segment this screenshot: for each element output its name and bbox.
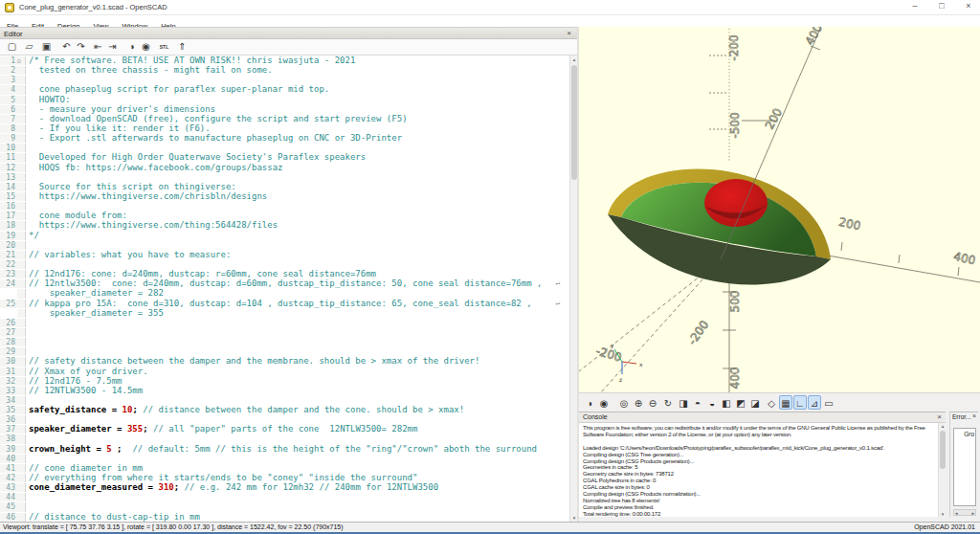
code-line[interactable]: 14 Source for this script on thingiverse… [0, 182, 569, 191]
code-line[interactable]: 33 // 12NTLW3500 - 14.5mm [0, 386, 569, 395]
gutter [17, 425, 26, 434]
error-hscrollbar[interactable]: ◂ ▸ [953, 509, 976, 516]
code-line[interactable]: 6 - measure your driver's dimensions [0, 104, 569, 114]
code-line[interactable]: 26 [0, 318, 569, 327]
save-icon[interactable]: ▣ [39, 40, 54, 54]
code-line[interactable]: 24 // 12ntlw3500: cone: d=240mm, dustcap… [0, 278, 569, 288]
code-line[interactable]: 3 [0, 75, 569, 84]
view-bottom-icon[interactable]: ◒ [705, 395, 719, 410]
code-line[interactable]: 45 [0, 501, 569, 511]
preview-icon[interactable]: ◑ [124, 40, 139, 54]
code-line[interactable]: 46 // distance to dust-cap-tip in mm [0, 512, 569, 522]
console-close-icon[interactable]: × [937, 412, 942, 421]
code-line[interactable]: 34 [0, 395, 569, 405]
new-icon[interactable]: ▢ [5, 40, 19, 54]
code-line[interactable]: 29 [0, 346, 569, 356]
view-front-icon[interactable]: ◩ [734, 395, 747, 410]
code-line[interactable]: 32 // 12nd176 - 7.5mm [0, 376, 569, 386]
code-line[interactable]: 11 Developed for High Order Quaterwave S… [0, 152, 569, 162]
minimize-button[interactable]: – [909, 1, 921, 11]
code-line[interactable]: 43 cone_diameter_measured = 310; // e.g.… [0, 482, 569, 492]
maximize-button[interactable]: □ [936, 1, 947, 11]
gutter [17, 474, 26, 482]
code-line[interactable]: 41 // cone diameter in mm [0, 463, 569, 473]
code-line[interactable]: 38 [0, 434, 569, 443]
render-icon[interactable]: ◉ [597, 395, 611, 410]
code-line[interactable]: 17 cone module from: [0, 211, 569, 220]
open-icon[interactable]: ▱ [22, 40, 36, 54]
reset-view-icon[interactable]: ↻ [661, 395, 675, 410]
code-line[interactable]: 10 [0, 143, 569, 152]
code-line[interactable]: 9 - Export .stl afterwards to manufactur… [0, 133, 569, 143]
code-line[interactable]: 23 // 12nd176: cone: d=240mm, dustcap: r… [0, 269, 569, 278]
code-line[interactable]: 21 // variables: what you have to measur… [0, 250, 569, 259]
code-line[interactable]: 27 [0, 327, 569, 337]
code-line[interactable]: 37 speaker_diameter = 355; // all "paper… [0, 424, 569, 434]
code-line[interactable]: 30 // safety distance between the damper… [0, 356, 569, 366]
editor-scrollbar[interactable]: ▴ ▾ [569, 56, 577, 522]
code-line[interactable]: 39 crown_height = 5 ; // default: 5mm //… [0, 444, 569, 454]
code-line[interactable]: 18 https://www.thingiverse.com/thing:564… [0, 220, 569, 230]
undo-icon[interactable]: ↶ [59, 40, 74, 54]
view-back-icon[interactable]: ◪ [748, 395, 762, 410]
code-line[interactable]: 40 [0, 454, 569, 463]
editor-close-icon[interactable]: × [567, 29, 571, 37]
zoom-out-icon[interactable]: ⊖ [646, 395, 659, 410]
console-scroll-up-icon[interactable]: ▴ [939, 423, 947, 429]
console-scroll-thumb[interactable] [940, 431, 946, 469]
hscroll-right-icon[interactable]: ▸ [971, 511, 974, 516]
code-line[interactable]: speaker_diameter = 282 [0, 288, 569, 298]
code-line[interactable]: 4 cone phaseplug script for paraflex sup… [0, 84, 569, 94]
print-icon[interactable]: ⇑ [175, 40, 189, 54]
error-close-icon[interactable]: × [972, 412, 976, 419]
code-line[interactable]: 44 [0, 492, 569, 501]
preview-icon[interactable]: ◑ [583, 395, 596, 410]
perspective-icon[interactable]: ∟ [793, 395, 807, 410]
code-editor[interactable]: 1⊟/* Free software. BETA! USE AT OWN RIS… [0, 56, 569, 522]
code-line[interactable]: 2 tested on three chassis - might fail o… [0, 65, 569, 75]
code-line[interactable]: 28 [0, 337, 569, 346]
code-line[interactable]: 5 HOWTO: [0, 95, 569, 104]
code-line[interactable]: 12 HOQS fb: https://www.facebook.com/gro… [0, 163, 569, 172]
view-top-icon[interactable]: ◓ [691, 395, 704, 410]
code-line[interactable]: 15 https://www.thingiverse.com/chrisbln/… [0, 191, 569, 201]
code-line[interactable]: 22 [0, 259, 569, 269]
render-icon[interactable]: ◉ [139, 40, 153, 54]
indent-icon[interactable]: ⇥ [105, 40, 120, 54]
redo-icon[interactable]: ↷ [74, 40, 88, 54]
code-line[interactable]: 31 // Xmax of your driver. [0, 367, 569, 376]
code-line[interactable]: 42 // everything from where it starts/en… [0, 473, 569, 482]
zoom-all-icon[interactable]: ◎ [617, 395, 631, 410]
console-scroll-down-icon[interactable]: ▾ [939, 511, 947, 517]
code-line[interactable]: 16 [0, 201, 569, 211]
view-left-icon[interactable]: ◧ [720, 395, 733, 410]
zoom-in-icon[interactable]: ⊕ [632, 395, 645, 410]
view-all-icon[interactable]: ▭ [822, 395, 835, 410]
fold-marker-icon[interactable]: ⊟ [17, 56, 26, 65]
export-stl-icon[interactable]: STL [157, 40, 171, 54]
console-scrollbar[interactable]: ▴ ▾ [938, 423, 946, 517]
3d-viewport[interactable]: -200-500200400200400-200-200500400 x y z [579, 27, 980, 392]
close-button[interactable]: × [963, 1, 974, 11]
view-right-icon[interactable]: ◨ [677, 395, 690, 410]
code-line[interactable]: 1⊟/* Free software. BETA! USE AT OWN RIS… [0, 56, 569, 65]
code-line[interactable]: 7 - download OpenSCAD (free), configure … [0, 114, 569, 123]
code-text: https://www.thingiverse.com/chrisbln/des… [29, 191, 267, 201]
error-list[interactable]: Gro [953, 428, 976, 506]
hscroll-left-icon[interactable]: ◂ [955, 511, 958, 516]
console-line: This program is free software; you can r… [583, 425, 938, 432]
code-line[interactable]: speaker_diameter = 355 [0, 308, 569, 318]
orthogonal-icon[interactable]: ⊿ [808, 395, 821, 410]
unindent-icon[interactable]: ⇤ [91, 40, 105, 54]
view-center-icon[interactable]: ▦ [779, 395, 792, 410]
code-line[interactable]: 19 */ [0, 231, 569, 240]
code-line[interactable]: 25 // kappa pro 15A: cone d=310, dustcap… [0, 299, 569, 308]
code-line[interactable]: 36 [0, 414, 569, 424]
code-line[interactable]: 35 safety_distance = 10; // distance bet… [0, 405, 569, 414]
code-line[interactable]: 13 [0, 172, 569, 182]
console-output[interactable]: This program is free software; you can r… [579, 423, 938, 517]
code-line[interactable]: 20 [0, 240, 569, 250]
view-diagonal-icon[interactable]: ◇ [765, 395, 778, 410]
code-text: https://www.thingiverse.com/thing:564428… [29, 220, 278, 230]
code-line[interactable]: 8 - If you like it: render it (F6). [0, 123, 569, 133]
